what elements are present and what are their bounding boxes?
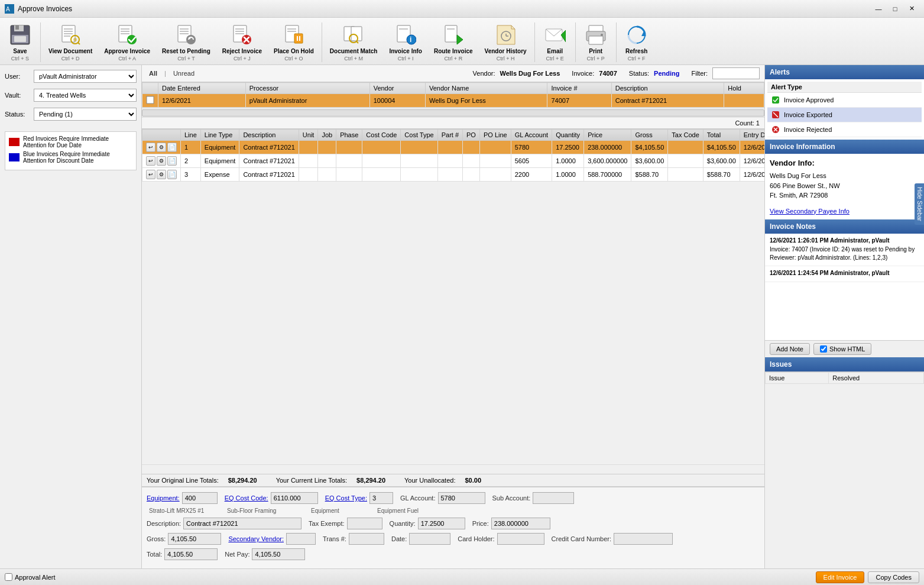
show-html-checkbox[interactable] (820, 345, 827, 353)
tab-unread[interactable]: Unread (171, 69, 197, 78)
col-vendor-name[interactable]: Vendor Name (426, 83, 547, 94)
col-price[interactable]: Price (584, 130, 631, 141)
line-scrollbar[interactable] (142, 464, 764, 474)
close-button[interactable]: ✕ (904, 3, 919, 15)
alert-item-rejected[interactable]: Invoice Rejected (767, 122, 922, 137)
col-description[interactable]: Description (239, 130, 299, 141)
vendor-history-button[interactable]: Vendor History Ctrl + H (479, 20, 532, 64)
eq-cost-code-label[interactable]: EQ Cost Code: (225, 494, 268, 502)
save-button[interactable]: Save Ctrl + S (2, 20, 38, 64)
col-tax-code[interactable]: Tax Code (668, 130, 703, 141)
gross-input[interactable] (168, 533, 221, 545)
col-entry-date[interactable]: Entry Date (740, 130, 764, 141)
alert-item-approved[interactable]: Invoice Approved (767, 93, 922, 108)
tax-exempt-input[interactable] (347, 518, 382, 529)
col-vendor[interactable]: Vendor (369, 83, 425, 94)
invoice-scrollbar[interactable] (142, 108, 764, 117)
col-cost-code[interactable]: Cost Code (362, 130, 401, 141)
maximize-button[interactable]: □ (887, 3, 903, 15)
line-row-1[interactable]: ↩ ⚙ 📄 1 Equipment Contract #712021 (142, 141, 765, 154)
col-gross[interactable]: Gross (631, 130, 668, 141)
col-line[interactable]: Line (181, 130, 201, 141)
approval-alert-checkbox[interactable] (5, 573, 12, 581)
description-input[interactable] (183, 518, 301, 529)
col-job[interactable]: Job (318, 130, 336, 141)
cell-row2-controls[interactable]: ↩ ⚙ 📄 (142, 154, 181, 168)
secondary-vendor-label[interactable]: Secondary Vendor: (228, 535, 284, 542)
col-invoice-num[interactable]: Invoice # (547, 83, 611, 94)
hide-sidebar-button[interactable]: Hide Sidebar (915, 183, 924, 225)
refresh-button[interactable]: Refresh Ctrl + F (619, 20, 654, 64)
secondary-vendor-input[interactable] (286, 533, 316, 545)
col-gl-account[interactable]: GL Account (511, 130, 552, 141)
net-pay-input[interactable] (252, 548, 305, 560)
col-po[interactable]: PO (463, 130, 480, 141)
line-row-3[interactable]: ↩ ⚙ 📄 3 Expense Contract #712021 (142, 168, 765, 182)
date-input[interactable] (409, 533, 450, 545)
total-input[interactable] (164, 548, 218, 560)
eq-cost-code-input[interactable] (271, 492, 318, 504)
notes-section[interactable]: 12/6/2021 1:26:01 PM Administrator, pVau… (765, 234, 924, 340)
route-invoice-button[interactable]: Route Invoice Ctrl + R (429, 20, 478, 64)
col-part-num[interactable]: Part # (437, 130, 462, 141)
row1-info-btn[interactable]: ⚙ (157, 143, 166, 152)
minimize-button[interactable]: — (871, 3, 886, 15)
col-cost-type[interactable]: Cost Type (401, 130, 437, 141)
equipment-input[interactable] (182, 492, 218, 504)
line-table-container[interactable]: Line Line Type Description Unit Job Phas… (142, 129, 764, 464)
col-quantity[interactable]: Quantity (552, 130, 584, 141)
tab-all[interactable]: All (147, 69, 160, 78)
reject-invoice-button[interactable]: Reject Invoice Ctrl + J (217, 20, 267, 64)
col-po-line[interactable]: PO Line (479, 130, 511, 141)
row1-doc-btn[interactable]: 📄 (167, 143, 177, 152)
add-note-button[interactable]: Add Note (770, 343, 810, 355)
col-unit[interactable]: Unit (299, 130, 318, 141)
filter-input[interactable] (712, 67, 760, 79)
row2-doc-btn[interactable]: 📄 (167, 156, 177, 166)
status-select[interactable]: Pending (1) (34, 108, 137, 121)
secondary-payee-link[interactable]: View Secondary Payee Info (770, 208, 850, 215)
quantity-input[interactable] (418, 518, 465, 529)
col-description[interactable]: Description (611, 83, 724, 94)
sub-account-input[interactable] (533, 492, 574, 504)
reset-pending-button[interactable]: Reset to Pending Ctrl + T (157, 20, 216, 64)
view-document-button[interactable]: View Document Ctrl + D (43, 20, 98, 64)
col-processor[interactable]: Processor (245, 83, 369, 94)
gl-account-input[interactable] (438, 492, 485, 504)
eq-cost-type-label[interactable]: EQ Cost Type: (325, 494, 367, 502)
show-html-button[interactable]: Show HTML (813, 343, 872, 355)
col-line-type[interactable]: Line Type (200, 130, 239, 141)
document-match-button[interactable]: Document Match Ctrl + M (325, 20, 383, 64)
line-row-2[interactable]: ↩ ⚙ 📄 2 Equipment Contract #712021 (142, 154, 765, 168)
cell-row3-controls[interactable]: ↩ ⚙ 📄 (142, 168, 181, 182)
card-holder-input[interactable] (497, 533, 544, 545)
col-phase[interactable]: Phase (336, 130, 362, 141)
col-date-entered[interactable]: Date Entered (158, 83, 246, 94)
equipment-label[interactable]: Equipment: (147, 494, 180, 502)
price-input[interactable] (491, 518, 550, 529)
col-hold[interactable]: Hold (724, 83, 764, 94)
row2-undo-btn[interactable]: ↩ (146, 156, 155, 166)
approve-invoice-button[interactable]: Approve Invoice Ctrl + A (99, 20, 155, 64)
invoice-list-wrapper[interactable]: Date Entered Processor Vendor Vendor Nam… (142, 82, 764, 108)
row2-info-btn[interactable]: ⚙ (157, 156, 166, 166)
row3-undo-btn[interactable]: ↩ (146, 170, 155, 179)
user-select[interactable]: pVault Administrator (34, 70, 137, 83)
row3-info-btn[interactable]: ⚙ (157, 170, 166, 179)
email-button[interactable]: Email Ctrl + E (537, 20, 573, 64)
trans-num-input[interactable] (349, 533, 384, 545)
invoice-info-button[interactable]: i Invoice Info Ctrl + I (384, 20, 427, 64)
row3-doc-btn[interactable]: 📄 (167, 170, 177, 179)
eq-cost-type-input[interactable] (369, 492, 393, 504)
row1-undo-btn[interactable]: ↩ (146, 143, 155, 152)
alert-item-exported[interactable]: Invoice Exported (767, 108, 922, 122)
invoice-row[interactable]: 12/6/2021 pVault Administrator 100004 We… (142, 94, 764, 108)
place-on-hold-button[interactable]: Place On Hold Ctrl + O (268, 20, 319, 64)
cell-row1-controls[interactable]: ↩ ⚙ 📄 (142, 141, 181, 154)
edit-invoice-button[interactable]: Edit Invoice (816, 571, 865, 583)
vault-select[interactable]: 4. Treated Wells (34, 89, 137, 102)
col-total[interactable]: Total (703, 130, 740, 141)
credit-card-input[interactable] (614, 533, 673, 545)
print-button[interactable]: Print Ctrl + P (578, 20, 614, 64)
copy-codes-button[interactable]: Copy Codes (868, 571, 919, 583)
